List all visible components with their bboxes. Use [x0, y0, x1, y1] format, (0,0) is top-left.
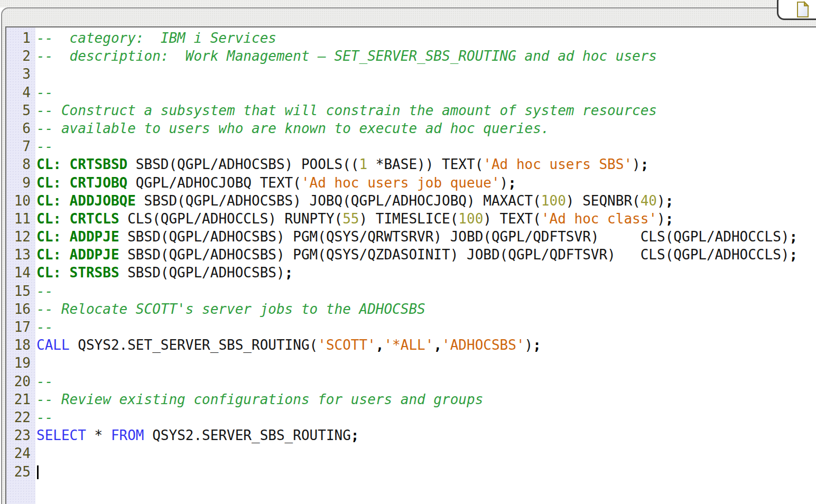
line-number: 23: [6, 426, 35, 444]
code-line-5[interactable]: -- Construct a subsystem that will const…: [35, 101, 816, 119]
code-token-kw: CALL: [36, 337, 70, 353]
code-line-3[interactable]: [35, 65, 816, 83]
code-token-comment: --: [36, 138, 53, 154]
code-line-13[interactable]: CL: ADDPJE SBSD(QGPL/ADHOCSBS) PGM(QSYS/…: [35, 246, 816, 264]
line-number: 17: [6, 318, 35, 336]
code-line-25[interactable]: [35, 463, 816, 481]
line-number: 2: [6, 47, 35, 65]
code-line-19[interactable]: [35, 354, 816, 372]
panel-header: [2, 8, 816, 26]
code-token-comment: -- Relocate SCOTT's server jobs to the A…: [36, 301, 425, 317]
code-token-semi: ;: [789, 229, 798, 245]
line-number: 24: [6, 444, 35, 462]
code-token-num: 100: [541, 193, 566, 209]
code-token-num: 55: [342, 211, 359, 227]
line-number: 7: [6, 137, 35, 155]
code-token-semi: ;: [789, 247, 798, 263]
code-line-12[interactable]: CL: ADDPJE SBSD(QGPL/ADHOCSBS) PGM(QSYS/…: [35, 228, 816, 246]
code-line-17[interactable]: --: [35, 318, 816, 336]
code-token-cl: CL: ADDJOBQE: [36, 193, 136, 209]
code-token-code: ): [500, 175, 508, 191]
code-token-code: QSYS2.SERVER_SBS_ROUTING: [144, 427, 351, 443]
code-line-23[interactable]: SELECT * FROM QSYS2.SERVER_SBS_ROUTING;: [35, 426, 816, 444]
code-line-7[interactable]: --: [35, 137, 816, 155]
window-top-strip: [0, 0, 816, 7]
code-token-semi: ;: [285, 265, 293, 281]
code-token-comment: --: [36, 319, 53, 335]
code-token-cl: CL: CRTJOBQ: [36, 175, 127, 191]
code-token-semi: ;: [351, 427, 359, 443]
code-token-code: *: [86, 427, 111, 443]
code-token-cl: CL: CRTCLS: [36, 211, 119, 227]
code-line-8[interactable]: CL: CRTSBSD SBSD(QGPL/ADHOCSBS) POOLS((1…: [35, 155, 816, 173]
editor-tab[interactable]: [777, 0, 816, 20]
code-token-comment: --: [36, 85, 53, 100]
line-number: 5: [6, 101, 35, 119]
code-line-6[interactable]: -- available to users who are known to e…: [35, 119, 816, 137]
code-token-code: ) TEXT(: [483, 211, 541, 227]
line-number: 19: [6, 354, 35, 372]
code-line-1[interactable]: -- category: IBM i Services: [35, 29, 816, 47]
code-line-24[interactable]: [35, 444, 816, 462]
code-token-num: 1: [359, 156, 367, 172]
code-line-16[interactable]: -- Relocate SCOTT's server jobs to the A…: [35, 300, 816, 318]
code-token-code: ): [525, 337, 533, 353]
code-token-code: ): [632, 156, 641, 172]
code-column[interactable]: -- category: IBM i Services-- descriptio…: [35, 27, 816, 504]
line-number: 3: [6, 65, 35, 83]
code-token-comment: -- Review existing configurations for us…: [36, 391, 483, 407]
line-number: 12: [6, 228, 35, 246]
code-token-num: 40: [641, 193, 657, 209]
code-token-comment: -- description: Work Management – SET_SE…: [36, 48, 657, 64]
code-line-2[interactable]: -- description: Work Management – SET_SE…: [35, 47, 816, 65]
code-token-comment: --: [36, 283, 53, 299]
code-token-code: ): [657, 211, 665, 227]
code-token-code: ) TIMESLICE(: [359, 211, 459, 227]
code-token-str: 'Ad hoc users SBS': [483, 156, 632, 172]
sql-editor[interactable]: 1234567891011121314151617181920212223242…: [5, 26, 816, 504]
line-number: 18: [6, 336, 35, 354]
line-number: 25: [6, 463, 35, 481]
code-token-code: SBSD(QGPL/ADHOCSBS) PGM(QSYS/QZDASOINIT)…: [119, 247, 790, 263]
code-token-cl: CL: ADDPJE: [36, 247, 119, 263]
code-line-15[interactable]: --: [35, 282, 816, 300]
line-number: 14: [6, 264, 35, 282]
code-line-9[interactable]: CL: CRTJOBQ QGPL/ADHOCJOBQ TEXT('Ad hoc …: [35, 174, 816, 192]
code-token-code: SBSD(QGPL/ADHOCSBS) JOBQ(QGPL/ADHOCJOBQ)…: [136, 193, 541, 209]
gutter: 1234567891011121314151617181920212223242…: [6, 27, 35, 504]
code-token-code: QSYS2.SET_SERVER_SBS_ROUTING(: [70, 337, 318, 353]
code-token-semi: ;: [508, 175, 516, 191]
line-number: 15: [6, 282, 35, 300]
code-token-comment: -- Construct a subsystem that will const…: [36, 102, 657, 118]
script-panel: 1234567891011121314151617181920212223242…: [1, 7, 816, 504]
code-token-cl: CL: ADDPJE: [36, 229, 119, 245]
code-token-comment: -- available to users who are known to e…: [36, 120, 550, 136]
code-token-semi: ,: [433, 337, 442, 353]
line-number: 20: [6, 372, 35, 390]
code-line-18[interactable]: CALL QSYS2.SET_SERVER_SBS_ROUTING('SCOTT…: [35, 336, 816, 354]
line-number: 11: [6, 210, 35, 228]
line-number: 9: [6, 174, 35, 192]
code-line-22[interactable]: --: [35, 408, 816, 426]
code-token-code: ): [657, 193, 665, 209]
code-token-semi: ;: [641, 156, 649, 172]
document-icon: [796, 1, 810, 18]
code-token-code: CLS(QGPL/ADHOCCLS) RUNPTY(: [119, 211, 343, 227]
code-line-10[interactable]: CL: ADDJOBQE SBSD(QGPL/ADHOCSBS) JOBQ(QG…: [35, 192, 816, 210]
code-line-21[interactable]: -- Review existing configurations for us…: [35, 390, 816, 408]
line-number: 22: [6, 408, 35, 426]
code-token-code: SBSD(QGPL/ADHOCSBS) PGM(QSYS/QRWTSRVR) J…: [119, 229, 790, 245]
code-line-20[interactable]: --: [35, 372, 816, 390]
code-token-code: SBSD(QGPL/ADHOCSBS): [119, 265, 285, 281]
line-number: 16: [6, 300, 35, 318]
code-token-semi: ;: [665, 211, 674, 227]
line-number: 21: [6, 390, 35, 408]
code-token-code: QGPL/ADHOCJOBQ TEXT(: [127, 175, 301, 191]
code-line-4[interactable]: --: [35, 83, 816, 101]
code-token-kw: SELECT: [36, 427, 86, 443]
code-token-kw: FROM: [111, 427, 144, 443]
line-number: 8: [6, 155, 35, 173]
line-number: 1: [6, 29, 35, 47]
code-line-11[interactable]: CL: CRTCLS CLS(QGPL/ADHOCCLS) RUNPTY(55)…: [35, 210, 816, 228]
code-line-14[interactable]: CL: STRSBS SBSD(QGPL/ADHOCSBS);: [35, 264, 816, 282]
